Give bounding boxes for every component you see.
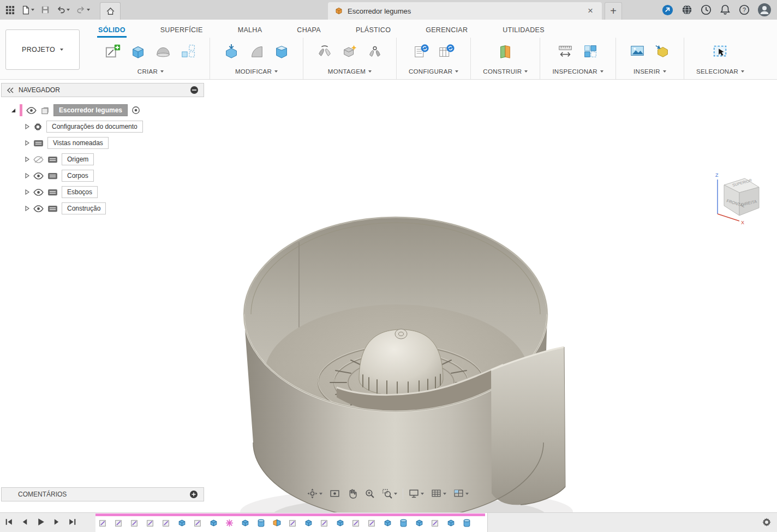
tree-item-label[interactable]: Esboços xyxy=(62,186,98,198)
shell-button[interactable] xyxy=(272,42,291,61)
file-menu-button[interactable] xyxy=(19,2,37,17)
notifications-button[interactable] xyxy=(719,4,731,16)
activate-radio-icon[interactable] xyxy=(132,106,140,115)
visibility-eye-icon[interactable] xyxy=(33,205,44,212)
expander-collapsed-icon[interactable] xyxy=(25,189,29,195)
tab-malha[interactable]: MALHA xyxy=(237,24,264,38)
timeline-feature-extrude[interactable] xyxy=(446,518,456,528)
root-component-label[interactable]: Escorredor legumes xyxy=(53,104,128,116)
timeline-feature-revolve[interactable] xyxy=(256,518,266,528)
timeline-feature-sketch[interactable] xyxy=(320,518,329,528)
timeline-feature-sketch[interactable] xyxy=(162,518,171,528)
tree-row-doc-settings[interactable]: Configurações do documento xyxy=(25,118,204,135)
project-dropdown-button[interactable]: PROJETO xyxy=(5,29,80,70)
display-settings-button[interactable] xyxy=(407,487,426,500)
measure-button[interactable] xyxy=(556,42,575,61)
fillet-button[interactable] xyxy=(247,42,266,61)
expander-expanded-icon[interactable] xyxy=(11,108,16,113)
create-sketch-button[interactable] xyxy=(104,42,122,61)
sweep-button[interactable] xyxy=(154,42,172,61)
timeline-track[interactable] xyxy=(95,513,488,532)
timeline-feature-extrude[interactable] xyxy=(241,518,250,528)
visibility-eye-icon[interactable] xyxy=(33,189,44,196)
tree-row-origin[interactable]: Origem xyxy=(25,151,204,168)
add-comment-icon[interactable] xyxy=(189,490,198,499)
configure-button[interactable] xyxy=(412,42,431,61)
pan-button[interactable] xyxy=(345,487,359,500)
tree-row-sketches[interactable]: Esboços xyxy=(25,184,204,200)
inspecionar-dropdown[interactable]: INSPECIONAR xyxy=(552,68,603,75)
visibility-eye-icon[interactable] xyxy=(33,172,44,180)
new-component-button[interactable] xyxy=(340,42,359,61)
tree-row-root[interactable]: Escorredor legumes xyxy=(11,102,204,118)
timeline-feature-pattern[interactable] xyxy=(225,518,234,528)
viewports-button[interactable] xyxy=(452,487,470,500)
app-menu-button[interactable] xyxy=(3,2,17,17)
recent-button[interactable] xyxy=(700,4,712,16)
zoom-window-button[interactable] xyxy=(380,487,399,500)
help-button[interactable]: ? xyxy=(738,4,750,16)
timeline-feature-sketch[interactable] xyxy=(193,518,202,528)
orbit-button[interactable] xyxy=(306,487,324,500)
timeline-settings-button[interactable] xyxy=(762,517,772,527)
tree-row-bodies[interactable]: Corpos xyxy=(25,168,204,184)
configuration-table-button[interactable] xyxy=(437,42,456,61)
web-button[interactable] xyxy=(681,4,693,16)
grid-snap-button[interactable] xyxy=(429,487,448,500)
tab-solido[interactable]: SÓLIDO xyxy=(97,24,127,38)
section-analysis-button[interactable] xyxy=(581,42,600,61)
timeline-feature-sketch[interactable] xyxy=(130,518,139,528)
select-button[interactable] xyxy=(711,42,730,61)
tree-item-label[interactable]: Origem xyxy=(62,153,94,165)
timeline-feature-sketch[interactable] xyxy=(146,518,155,528)
configurar-dropdown[interactable]: CONFIGURAR xyxy=(409,68,458,75)
redo-button[interactable] xyxy=(74,2,92,17)
timeline-feature-sketch[interactable] xyxy=(431,518,440,528)
timeline-feature-extrude[interactable] xyxy=(177,518,187,528)
timeline-position-bar[interactable] xyxy=(95,513,485,516)
pattern-button[interactable] xyxy=(179,42,198,61)
timeline-feature-sketch[interactable] xyxy=(98,518,107,528)
skip-to-end-button[interactable] xyxy=(68,517,77,527)
extrude-button[interactable] xyxy=(129,42,147,61)
view-cube[interactable]: Z X FRONTAL DIREITA SUPERIOR xyxy=(711,170,766,227)
expander-collapsed-icon[interactable] xyxy=(25,124,29,129)
timeline-feature-sketch[interactable] xyxy=(367,518,376,528)
play-button[interactable] xyxy=(36,517,45,527)
timeline-feature-extrude[interactable] xyxy=(209,518,218,528)
timeline-feature-revolve[interactable] xyxy=(399,518,408,528)
construir-dropdown[interactable]: CONSTRUIR xyxy=(483,68,528,75)
expander-collapsed-icon[interactable] xyxy=(25,173,29,178)
selecionar-dropdown[interactable]: SELECIONAR xyxy=(696,68,744,75)
zoom-button[interactable] xyxy=(363,487,376,500)
tab-plastico[interactable]: PLÁSTICO xyxy=(355,24,392,38)
tree-item-label[interactable]: Configurações do documento xyxy=(46,121,143,133)
canvas-button[interactable] xyxy=(628,42,647,61)
close-tab-button[interactable]: × xyxy=(585,5,595,16)
document-tab[interactable]: Escorredor legumes × xyxy=(328,2,602,20)
home-view-button[interactable] xyxy=(100,2,121,20)
as-built-joint-button[interactable] xyxy=(366,42,384,61)
criar-dropdown[interactable]: CRIAR xyxy=(138,68,164,75)
new-tab-button[interactable]: + xyxy=(605,2,622,20)
tree-item-label[interactable]: Corpos xyxy=(62,170,94,182)
minimize-panel-icon[interactable] xyxy=(190,86,199,94)
timeline-feature-extrude[interactable] xyxy=(336,518,345,528)
save-button[interactable] xyxy=(39,2,52,17)
timeline-feature-sketch[interactable] xyxy=(351,518,361,528)
tab-utilidades[interactable]: UTILIDADES xyxy=(501,24,546,38)
timeline-feature-sketch[interactable] xyxy=(114,518,123,528)
tab-chapa[interactable]: CHAPA xyxy=(296,24,322,38)
visibility-eye-icon[interactable] xyxy=(26,107,37,114)
job-status-button[interactable] xyxy=(661,4,674,16)
inserir-dropdown[interactable]: INSERIR xyxy=(633,68,666,75)
tab-gerenciar[interactable]: GERENCIAR xyxy=(425,24,469,38)
skip-to-start-button[interactable] xyxy=(4,517,14,527)
look-at-button[interactable] xyxy=(328,487,342,500)
decal-button[interactable] xyxy=(653,42,672,61)
timeline-feature-revolve[interactable] xyxy=(462,518,471,528)
user-avatar[interactable] xyxy=(757,3,772,17)
expander-collapsed-icon[interactable] xyxy=(25,206,29,211)
expander-collapsed-icon[interactable] xyxy=(25,157,29,162)
expander-collapsed-icon[interactable] xyxy=(25,140,29,146)
